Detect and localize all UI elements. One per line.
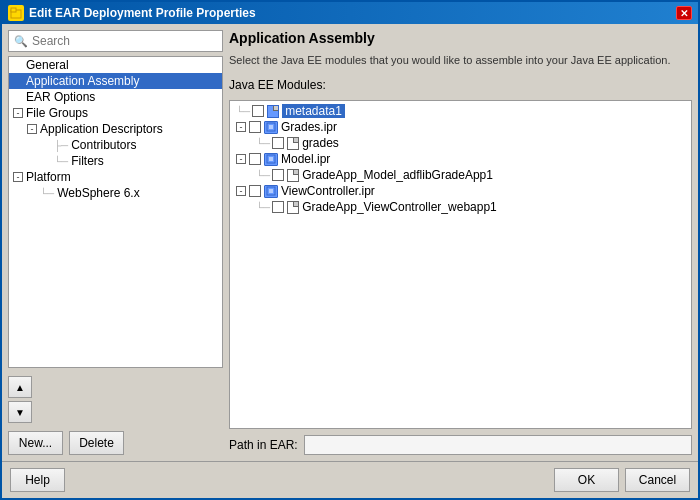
tree-item-metadata1[interactable]: └─ metadata1 bbox=[232, 103, 689, 119]
model-ipr-label: Model.ipr bbox=[281, 152, 330, 166]
expand-icon-platform[interactable]: - bbox=[13, 172, 23, 182]
modules-tree: └─ metadata1 - G bbox=[229, 100, 692, 429]
tree-connector-contributors: ├─ bbox=[54, 140, 68, 151]
footer: Help OK Cancel bbox=[2, 461, 698, 498]
connector-grades: └─ bbox=[256, 138, 270, 149]
sidebar-item-platform[interactable]: - Platform bbox=[9, 169, 222, 185]
window-title: Edit EAR Deployment Profile Properties bbox=[29, 6, 256, 20]
tree-item-gradeapp-vc[interactable]: └─ GradeApp_ViewController_webapp1 bbox=[232, 199, 689, 215]
sidebar-item-contributors[interactable]: ├─ Contributors bbox=[9, 137, 222, 153]
section-title: Application Assembly bbox=[229, 30, 692, 46]
expand-icon-file-groups[interactable]: - bbox=[13, 108, 23, 118]
expand-icon-viewcontroller[interactable]: - bbox=[236, 186, 246, 196]
checkbox-grades-ipr[interactable] bbox=[249, 121, 261, 133]
tree-connector-filters: └─ bbox=[54, 156, 68, 167]
left-tree: General Application Assembly EAR Options… bbox=[8, 56, 223, 368]
search-box: 🔍 bbox=[8, 30, 223, 52]
main-window: Edit EAR Deployment Profile Properties ✕… bbox=[0, 0, 700, 500]
connector-metadata: └─ bbox=[236, 106, 250, 117]
file-groups-label: File Groups bbox=[26, 106, 88, 120]
checkbox-gradeapp-vc[interactable] bbox=[272, 201, 284, 213]
sidebar-item-filters[interactable]: └─ Filters bbox=[9, 153, 222, 169]
checkbox-model-ipr[interactable] bbox=[249, 153, 261, 165]
metadata1-label: metadata1 bbox=[282, 104, 345, 118]
path-row: Path in EAR: bbox=[229, 435, 692, 455]
title-bar: Edit EAR Deployment Profile Properties ✕ bbox=[2, 2, 698, 24]
delete-button[interactable]: Delete bbox=[69, 431, 124, 455]
tree-item-gradeapp-model[interactable]: └─ GradeApp_Model_adflibGradeApp1 bbox=[232, 167, 689, 183]
websphere-label: WebSphere 6.x bbox=[57, 186, 140, 200]
ear-options-label: EAR Options bbox=[26, 90, 95, 104]
scroll-down-button[interactable]: ▼ bbox=[8, 401, 32, 423]
section-description: Select the Java EE modules that you woul… bbox=[229, 54, 692, 66]
new-button[interactable]: New... bbox=[8, 431, 63, 455]
svg-rect-5 bbox=[267, 155, 275, 163]
path-input[interactable] bbox=[304, 435, 692, 455]
bottom-left-buttons: New... Delete bbox=[8, 427, 223, 455]
scroll-buttons: ▲ ▼ bbox=[8, 376, 223, 423]
right-panel: Application Assembly Select the Java EE … bbox=[229, 30, 692, 455]
filters-label: Filters bbox=[71, 154, 104, 168]
sidebar-item-general[interactable]: General bbox=[9, 57, 222, 73]
file-icon-metadata1 bbox=[267, 105, 279, 118]
app-assembly-label: Application Assembly bbox=[26, 74, 139, 88]
svg-rect-2 bbox=[267, 123, 275, 131]
tree-connector-websphere: └─ bbox=[40, 188, 54, 199]
svg-rect-8 bbox=[267, 187, 275, 195]
general-label: General bbox=[26, 58, 69, 72]
connector-gradeapp-model: └─ bbox=[256, 170, 270, 181]
ipr-icon-grades bbox=[264, 121, 278, 134]
page-icon-grades bbox=[287, 137, 299, 150]
expand-icon-model[interactable]: - bbox=[236, 154, 246, 164]
viewcontroller-ipr-label: ViewController.ipr bbox=[281, 184, 375, 198]
search-input[interactable] bbox=[32, 34, 217, 48]
ipr-icon-viewcontroller bbox=[264, 185, 278, 198]
sidebar-item-app-descriptors[interactable]: - Application Descriptors bbox=[9, 121, 222, 137]
checkbox-grades[interactable] bbox=[272, 137, 284, 149]
tree-item-grades-ipr[interactable]: - Grades.ipr bbox=[232, 119, 689, 135]
ipr-icon-model bbox=[264, 153, 278, 166]
sidebar-item-application-assembly[interactable]: Application Assembly bbox=[9, 73, 222, 89]
search-icon: 🔍 bbox=[14, 35, 28, 48]
ok-button[interactable]: OK bbox=[554, 468, 619, 492]
footer-right-buttons: OK Cancel bbox=[554, 468, 690, 492]
cancel-button[interactable]: Cancel bbox=[625, 468, 690, 492]
svg-rect-1 bbox=[11, 8, 16, 12]
sidebar-item-file-groups[interactable]: - File Groups bbox=[9, 105, 222, 121]
close-button[interactable]: ✕ bbox=[676, 6, 692, 20]
modules-label: Java EE Modules: bbox=[229, 78, 692, 92]
gradeapp-vc-label: GradeApp_ViewController_webapp1 bbox=[302, 200, 497, 214]
app-descriptors-label: Application Descriptors bbox=[40, 122, 163, 136]
page-icon-gradeapp-vc bbox=[287, 201, 299, 214]
grades-ipr-label: Grades.ipr bbox=[281, 120, 337, 134]
tree-item-viewcontroller-ipr[interactable]: - ViewController.ipr bbox=[232, 183, 689, 199]
platform-label: Platform bbox=[26, 170, 71, 184]
checkbox-viewcontroller-ipr[interactable] bbox=[249, 185, 261, 197]
expand-icon-grades[interactable]: - bbox=[236, 122, 246, 132]
page-icon-gradeapp-model bbox=[287, 169, 299, 182]
sidebar-item-websphere[interactable]: └─ WebSphere 6.x bbox=[9, 185, 222, 201]
title-bar-left: Edit EAR Deployment Profile Properties bbox=[8, 5, 256, 21]
tree-item-grades[interactable]: └─ grades bbox=[232, 135, 689, 151]
content-area: 🔍 General Application Assembly EAR Optio… bbox=[2, 24, 698, 461]
expand-icon-app-descriptors[interactable]: - bbox=[27, 124, 37, 134]
path-label: Path in EAR: bbox=[229, 438, 298, 452]
contributors-label: Contributors bbox=[71, 138, 136, 152]
checkbox-metadata1[interactable] bbox=[252, 105, 264, 117]
left-panel: 🔍 General Application Assembly EAR Optio… bbox=[8, 30, 223, 455]
title-icon bbox=[8, 5, 24, 21]
tree-item-model-ipr[interactable]: - Model.ipr bbox=[232, 151, 689, 167]
help-button[interactable]: Help bbox=[10, 468, 65, 492]
scroll-up-button[interactable]: ▲ bbox=[8, 376, 32, 398]
sidebar-item-ear-options[interactable]: EAR Options bbox=[9, 89, 222, 105]
gradeapp-model-label: GradeApp_Model_adflibGradeApp1 bbox=[302, 168, 493, 182]
checkbox-gradeapp-model[interactable] bbox=[272, 169, 284, 181]
connector-gradeapp-vc: └─ bbox=[256, 202, 270, 213]
grades-label: grades bbox=[302, 136, 339, 150]
